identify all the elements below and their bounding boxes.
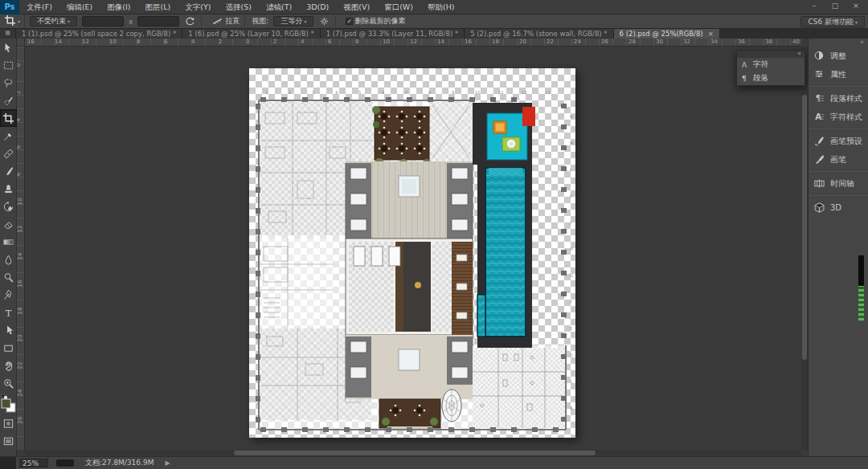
dock-panel-字符样式[interactable]: A字符样式 — [809, 108, 868, 126]
dock-separator — [809, 86, 868, 87]
dock-panel-调整[interactable]: 调整 — [809, 47, 868, 65]
document-tab-2[interactable]: 1 (7).psd @ 33.3% (Layer 11, RGB/8) * — [321, 29, 465, 39]
menu-item-6[interactable]: 滤镜(T) — [259, 0, 299, 14]
ruler-tick-label: 2 — [17, 91, 22, 94]
dimension-separator: x — [129, 18, 133, 26]
brushpresets-icon — [813, 135, 826, 148]
document-tab-4[interactable]: 6 (2).psd @ 25%(RGB/8)× — [614, 29, 720, 39]
straighten-button[interactable]: 拉直 — [225, 16, 240, 27]
dock-panel-时间轴[interactable]: 时间轴 — [809, 174, 868, 193]
healing-brush-tool[interactable] — [0, 145, 17, 162]
document-tab-3[interactable]: 5 (2).psd @ 16.7% (stone wall, RGB/8) * — [465, 29, 613, 39]
color-swatches[interactable] — [0, 394, 17, 414]
green-indicator — [858, 255, 864, 321]
straighten-icon[interactable] — [211, 15, 223, 27]
clone-stamp-tool[interactable] — [0, 180, 17, 198]
svg-text:T: T — [6, 308, 12, 318]
ruler-tick-label: 16 — [17, 280, 23, 288]
menu-item-5[interactable]: 选择(S) — [218, 0, 258, 14]
properties-icon — [813, 68, 826, 81]
gradient-tool[interactable] — [0, 233, 17, 251]
threed-icon — [813, 202, 826, 214]
restore-button[interactable]: □ — [825, 0, 845, 13]
svg-text:A: A — [815, 112, 821, 121]
tab-bar-leading-icon[interactable]: ▦ — [0, 29, 16, 39]
document-tabs: 1 (1).psd @ 25% (sell space 2 copy, RGB/… — [16, 29, 720, 39]
menu-item-1[interactable]: 编辑(E) — [59, 0, 100, 14]
tab-close-icon[interactable]: × — [708, 30, 714, 38]
tools-panel: T — [0, 39, 17, 456]
character-icon: A — [742, 61, 753, 69]
quick-mask-button[interactable] — [0, 414, 17, 432]
dock-panel-段落样式[interactable]: ¶段落样式 — [809, 89, 868, 108]
workspace-switcher[interactable]: CS6 新增功能 ▾ — [800, 16, 865, 27]
delete-cropped-label: 删除裁剪的像素 — [354, 16, 405, 27]
menu-item-9[interactable]: 窗口(W) — [377, 0, 420, 14]
dock-panel-label: 段落样式 — [830, 93, 862, 104]
crop-height-input[interactable] — [137, 16, 179, 27]
delete-cropped-checkbox[interactable]: ✓ — [346, 18, 353, 25]
quick-selection-tool[interactable] — [0, 92, 17, 109]
pen-tool[interactable] — [0, 286, 17, 304]
zoom-tool[interactable] — [0, 374, 17, 392]
horizontal-scrollbar[interactable] — [25, 450, 801, 456]
move-tool[interactable] — [0, 39, 17, 56]
marquee-tool[interactable] — [0, 56, 17, 74]
dock-panel-画笔[interactable]: 画笔 — [809, 150, 868, 169]
ruler-tick-label: 18 — [492, 39, 499, 45]
crop-width-input[interactable] — [82, 16, 124, 27]
crop-ratio-select[interactable]: 不受约束 ▾ — [30, 16, 77, 27]
menu-item-0[interactable]: 文件(F) — [19, 0, 59, 14]
menu-item-2[interactable]: 图像(I) — [100, 0, 137, 14]
horizontal-scrollbar-thumb[interactable] — [234, 451, 596, 455]
ruler-tick-label: 26 — [17, 417, 23, 424]
tool-preset-picker[interactable]: ▾ — [0, 14, 25, 28]
shape-tool[interactable] — [0, 339, 17, 357]
overlay-view-select[interactable]: 三等分 ▾ — [273, 16, 313, 27]
character-label: 字符 — [753, 59, 768, 70]
dock-panel-画笔预设[interactable]: 画笔预设 — [809, 132, 868, 150]
horizontal-ruler[interactable]: 1614121086420246810121416182022242628303… — [25, 39, 801, 47]
menu-item-8[interactable]: 视图(V) — [336, 0, 377, 14]
menu-item-3[interactable]: 图层(L) — [138, 0, 178, 14]
vertical-scrollbar[interactable] — [801, 47, 808, 450]
lasso-tool[interactable] — [0, 74, 17, 92]
dodge-tool[interactable] — [0, 268, 17, 286]
minimize-button[interactable]: – — [804, 0, 825, 13]
path-selection-tool[interactable] — [0, 321, 17, 339]
swap-dimensions-icon[interactable] — [184, 15, 196, 27]
dock-panel-属性[interactable]: 属性 — [809, 65, 868, 84]
ruler-corner[interactable] — [17, 39, 25, 47]
vertical-ruler[interactable]: 02468101214161820222426 — [17, 47, 25, 450]
canvas-area[interactable]: 12345678910111213NMLKJHGFEDCB — [25, 47, 801, 450]
screen-mode-button[interactable] — [0, 432, 17, 450]
history-brush-tool[interactable] — [0, 198, 17, 215]
workspace-value: CS6 新增功能 — [808, 17, 854, 27]
eyedropper-tool[interactable] — [0, 127, 17, 145]
crop-tool[interactable] — [0, 109, 17, 127]
dock-collapse-icon[interactable]: « — [809, 39, 868, 47]
vertical-scrollbar-thumb[interactable] — [802, 95, 807, 360]
brush-tool[interactable] — [0, 162, 17, 180]
dock-panel-3D[interactable]: 3D — [809, 198, 868, 217]
foreground-color-swatch[interactable] — [2, 399, 10, 408]
character-panel-tab[interactable]: A 字符 — [737, 58, 805, 71]
zoom-level-field[interactable]: 25% — [19, 459, 48, 467]
panel-collapse-icon[interactable]: « — [737, 51, 805, 58]
menu-item-7[interactable]: 3D(D) — [299, 0, 336, 14]
svg-text:K: K — [570, 194, 573, 198]
menu-item-10[interactable]: 帮助(H) — [420, 0, 462, 14]
type-tool[interactable]: T — [0, 304, 17, 321]
gear-icon[interactable] — [318, 15, 330, 27]
blur-tool[interactable] — [0, 251, 17, 268]
document-canvas[interactable]: 12345678910111213NMLKJHGFEDCB — [249, 68, 575, 438]
hand-tool[interactable] — [0, 357, 17, 374]
eraser-tool[interactable] — [0, 215, 17, 233]
document-tab-1[interactable]: 1 (6).psd @ 25% (Layer 10, RGB/8) * — [182, 29, 320, 39]
status-expand-arrow[interactable]: ▶ — [165, 459, 170, 467]
document-tab-0[interactable]: 1 (1).psd @ 25% (sell space 2 copy, RGB/… — [16, 29, 182, 39]
paragraph-panel-tab[interactable]: ¶ 段落 — [737, 71, 805, 85]
parastyles-icon: ¶ — [813, 92, 826, 105]
close-button[interactable]: × — [845, 0, 866, 13]
menu-item-4[interactable]: 文字(Y) — [178, 0, 218, 14]
